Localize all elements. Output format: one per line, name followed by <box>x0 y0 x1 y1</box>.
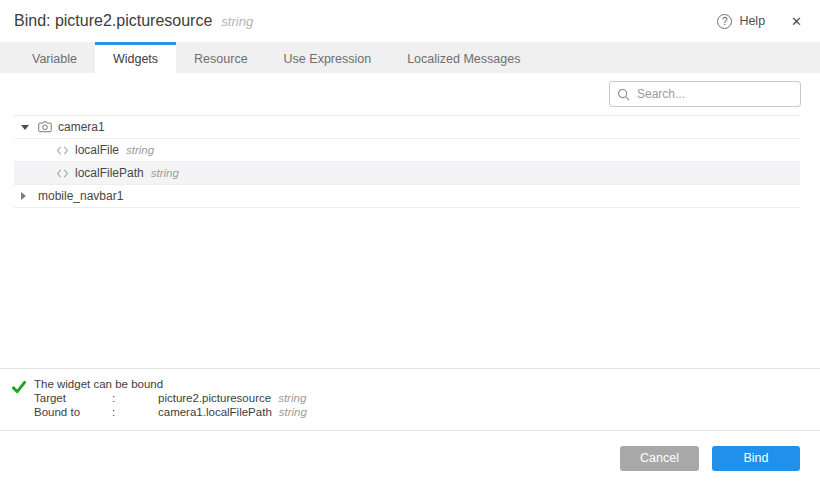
collapse-caret-icon[interactable] <box>21 125 29 130</box>
status-message: The widget can be bound <box>34 377 307 391</box>
success-check-icon <box>12 379 26 397</box>
tree-item-type: string <box>151 167 179 179</box>
tab-bar: Variable Widgets Resource Use Expression… <box>0 42 820 73</box>
status-boundto-label: Bound to <box>34 405 112 419</box>
tree-row-camera1[interactable]: camera1 <box>14 116 800 139</box>
tab-localized-messages[interactable]: Localized Messages <box>389 42 538 73</box>
status-section: The widget can be bound Target : picture… <box>0 368 820 430</box>
status-target-row: Target : picture2.picturesource string <box>34 391 307 405</box>
status-colon: : <box>112 391 158 405</box>
tree-item-type: string <box>126 144 154 156</box>
expand-caret-icon[interactable] <box>21 192 26 200</box>
status-boundto-type: string <box>279 405 307 419</box>
tab-resource[interactable]: Resource <box>176 42 266 73</box>
dialog-footer: Cancel Bind <box>0 430 820 485</box>
status-target-value: picture2.picturesource <box>158 391 271 405</box>
camera-icon <box>38 121 52 133</box>
tree-row-mobile-navbar1[interactable]: mobile_navbar1 <box>14 185 800 208</box>
status-boundto-row: Bound to : camera1.localFilePath string <box>34 405 307 419</box>
status-target-label: Target <box>34 391 112 405</box>
search-row <box>0 73 820 115</box>
status-target-type: string <box>278 391 306 405</box>
search-input[interactable] <box>609 81 801 107</box>
tab-variable[interactable]: Variable <box>14 42 95 73</box>
widget-tree: camera1 localFile string localFilePath s… <box>14 115 800 208</box>
empty-area <box>0 208 820 368</box>
close-icon[interactable]: ✕ <box>791 14 802 29</box>
tab-widgets[interactable]: Widgets <box>95 42 176 73</box>
dialog-title: Bind: picture2.picturesource <box>14 12 212 30</box>
tree-item-label: localFilePath <box>75 166 144 180</box>
help-icon[interactable]: ? <box>717 14 732 29</box>
tree-item-label: mobile_navbar1 <box>38 189 123 203</box>
status-colon: : <box>112 405 158 419</box>
code-icon <box>56 146 69 155</box>
help-link[interactable]: Help <box>739 14 765 28</box>
dialog-title-type: string <box>221 14 253 29</box>
cancel-button[interactable]: Cancel <box>620 446 699 471</box>
tree-row-localfilepath[interactable]: localFilePath string <box>14 162 800 185</box>
tree-item-label: localFile <box>75 143 119 157</box>
dialog-header: Bind: picture2.picturesource string ? He… <box>0 0 820 42</box>
code-icon <box>56 169 69 178</box>
tab-use-expression[interactable]: Use Expression <box>266 42 390 73</box>
bind-dialog: Bind: picture2.picturesource string ? He… <box>0 0 820 485</box>
tree-item-label: camera1 <box>58 120 105 134</box>
bind-button[interactable]: Bind <box>712 446 800 471</box>
status-boundto-value: camera1.localFilePath <box>158 405 272 419</box>
tree-row-localfile[interactable]: localFile string <box>14 139 800 162</box>
